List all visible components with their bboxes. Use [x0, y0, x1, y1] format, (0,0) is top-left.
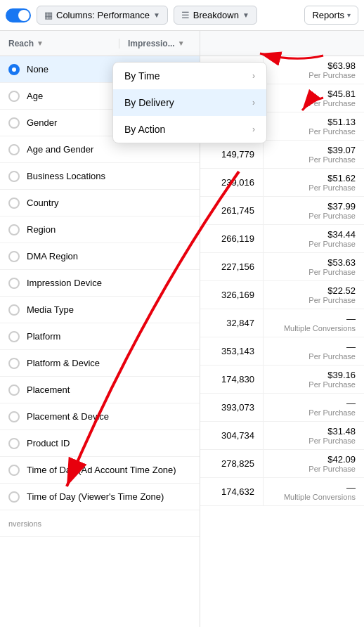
- placement-device-label: Placement & Device: [27, 411, 109, 422]
- breakdown-impression-device[interactable]: Impression Device: [0, 270, 200, 297]
- radio-time-ad-account: [8, 465, 20, 476]
- table-row: 266,119 $34.44 Per Purchase: [200, 225, 364, 253]
- impression-device-label: Impression Device: [27, 278, 102, 288]
- dropdown-by-time[interactable]: By Time ›: [113, 63, 266, 89]
- cost-cell-5: $51.62 Per Purchase: [264, 169, 364, 196]
- breakdown-caret: ▼: [242, 11, 249, 19]
- breakdown-button[interactable]: ☰ Breakdown ▼: [174, 6, 257, 25]
- region-label: Region: [27, 224, 56, 235]
- breakdown-icon: ☰: [181, 10, 190, 20]
- breakdown-country[interactable]: Country: [0, 190, 200, 216]
- impressions-header[interactable]: Impressio... ▼: [119, 39, 200, 49]
- gender-label: Gender: [27, 117, 57, 128]
- radio-time-viewer: [8, 491, 20, 503]
- impressions-cell-5: 239,016: [200, 169, 264, 196]
- table-row: 174,632 — Multiple Conversions: [200, 478, 364, 506]
- reach-header[interactable]: Reach ▼: [0, 39, 119, 49]
- time-ad-account-label: Time of Day (Ad Account Time Zone): [27, 465, 176, 475]
- right-header: [200, 31, 364, 56]
- age-label: Age: [27, 91, 43, 101]
- breakdown-placement-device[interactable]: Placement & Device: [0, 403, 200, 430]
- table-row: 326,169 $22.52 Per Purchase: [200, 281, 364, 309]
- cost-cell-3: $51.13 Per Purchase: [264, 112, 364, 140]
- table-row: 353,143 — Per Purchase: [200, 337, 364, 366]
- impressions-label: Impressio...: [128, 39, 175, 49]
- cost-cell-13: — Per Purchase: [264, 394, 364, 421]
- radio-placement-device: [8, 411, 20, 422]
- impressions-cell-8: 227,156: [200, 253, 264, 280]
- cost-cell-15: $42.09 Per Purchase: [264, 450, 364, 477]
- breakdown-platform[interactable]: Platform: [0, 323, 200, 350]
- radio-impression-device: [8, 278, 20, 289]
- dropdown-by-action[interactable]: By Action ›: [113, 116, 266, 143]
- radio-platform-device: [8, 358, 20, 369]
- table-row: 227,156 $53.63 Per Purchase: [200, 253, 364, 281]
- radio-age: [8, 91, 20, 102]
- radio-platform: [8, 331, 20, 342]
- cost-cell-8: $53.63 Per Purchase: [264, 253, 364, 280]
- reach-sort-icon: ▼: [37, 39, 44, 47]
- cost-cell-1: $63.98 Per Purchase: [264, 56, 364, 84]
- by-action-label: By Action: [124, 124, 165, 135]
- cost-cell-7: $34.44 Per Purchase: [264, 225, 364, 252]
- impressions-cell-12: 174,830: [200, 366, 264, 393]
- impressions-cell-9: 326,169: [200, 281, 264, 309]
- toolbar: ▦ Columns: Performance ▼ ☰ Breakdown ▼ R…: [0, 0, 364, 31]
- impressions-cell-7: 266,119: [200, 225, 264, 252]
- none-label: None: [27, 64, 48, 75]
- breakdown-placement[interactable]: Placement: [0, 377, 200, 403]
- radio-age-gender: [8, 144, 20, 155]
- impressions-cell-6: 261,745: [200, 197, 264, 224]
- breakdown-dropdown: By Time › By Delivery › By Action ›: [112, 62, 267, 143]
- breakdown-dma-region[interactable]: DMA Region: [0, 243, 200, 270]
- breakdown-time-viewer[interactable]: Time of Day (Viewer's Time Zone): [0, 484, 200, 510]
- impressions-cell-10: 32,847: [200, 309, 264, 337]
- table-area: Reach ▼ Impressio... ▼ None Age Gender A…: [0, 31, 364, 627]
- dma-region-label: DMA Region: [27, 251, 78, 261]
- platform-label: Platform: [27, 331, 60, 342]
- impressions-cell-4: 149,779: [200, 141, 264, 168]
- dropdown-by-delivery[interactable]: By Delivery ›: [113, 89, 266, 116]
- reports-caret: ▾: [347, 11, 351, 19]
- impressions-cell-11: 353,143: [200, 337, 264, 365]
- impressions-cell-13: 393,073: [200, 394, 264, 421]
- columns-button[interactable]: ▦ Columns: Performance ▼: [37, 6, 168, 25]
- platform-device-label: Platform & Device: [27, 358, 100, 368]
- cost-cell-11: — Per Purchase: [264, 337, 364, 365]
- media-type-label: Media Type: [27, 304, 74, 315]
- breakdown-time-ad-account[interactable]: Time of Day (Ad Account Time Zone): [0, 457, 200, 484]
- table-row: 239,016 $51.62 Per Purchase: [200, 169, 364, 197]
- breakdown-product-id[interactable]: Product ID: [0, 430, 200, 457]
- breakdown-region[interactable]: Region: [0, 216, 200, 243]
- columns-caret: ▼: [153, 11, 160, 19]
- placement-label: Placement: [27, 384, 70, 395]
- breakdown-business-locations[interactable]: Business Locations: [0, 163, 200, 190]
- age-gender-label: Age and Gender: [27, 144, 93, 155]
- breakdown-label: Breakdown: [193, 10, 239, 20]
- by-time-chevron: ›: [252, 71, 255, 81]
- reach-label: Reach: [8, 39, 34, 49]
- breakdown-conversions-footer: nversions: [0, 510, 200, 537]
- table-row: 174,830 $39.16 Per Purchase: [200, 366, 364, 394]
- radio-country: [8, 198, 20, 209]
- reports-button[interactable]: Reports ▾: [304, 6, 358, 25]
- radio-gender: [8, 117, 20, 129]
- by-time-label: By Time: [124, 70, 160, 82]
- table-row: 278,825 $42.09 Per Purchase: [200, 450, 364, 478]
- impressions-cell-14: 304,734: [200, 422, 264, 449]
- cost-cell-6: $37.99 Per Purchase: [264, 197, 364, 224]
- cost-cell-9: $22.52 Per Purchase: [264, 281, 364, 309]
- table-row: 393,073 — Per Purchase: [200, 394, 364, 422]
- breakdown-media-type[interactable]: Media Type: [0, 297, 200, 323]
- impressions-cell-15: 278,825: [200, 450, 264, 477]
- cost-cell-14: $31.48 Per Purchase: [264, 422, 364, 449]
- impressions-cell-16: 174,632: [200, 478, 264, 505]
- toggle-button[interactable]: [6, 8, 31, 22]
- by-delivery-chevron: ›: [252, 98, 255, 108]
- table-row: 149,779 $39.07 Per Purchase: [200, 141, 364, 169]
- breakdown-platform-device[interactable]: Platform & Device: [0, 350, 200, 377]
- cost-cell-16: — Multiple Conversions: [264, 478, 364, 505]
- cost-cell-2: $45.81 Per Purchase: [264, 84, 364, 112]
- radio-none: [8, 64, 20, 75]
- radio-placement: [8, 384, 20, 396]
